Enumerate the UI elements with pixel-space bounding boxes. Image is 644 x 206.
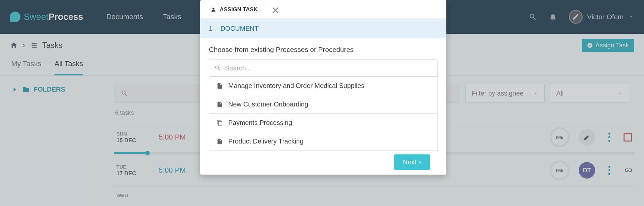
copy-icon <box>216 120 223 126</box>
document-label: Manage Inventory and Order Medical Suppl… <box>228 82 364 90</box>
document-option[interactable]: Product Delivery Tracking <box>209 132 437 151</box>
next-button[interactable]: Next › <box>394 154 430 170</box>
search-icon <box>214 65 221 71</box>
document-option[interactable]: Manage Inventory and Order Medical Suppl… <box>209 77 437 95</box>
modal-search-input[interactable] <box>225 64 432 72</box>
document-icon <box>216 101 223 108</box>
modal-search[interactable] <box>209 60 438 77</box>
document-list[interactable]: Manage Inventory and Order Medical Suppl… <box>209 77 438 151</box>
document-icon <box>216 83 223 89</box>
person-icon <box>210 7 216 13</box>
step-number: 1 <box>209 25 212 32</box>
assign-task-modal: ASSIGN TASK 1 DOCUMENT Choose from exist… <box>200 0 446 175</box>
document-label: New Customer Onboarding <box>228 101 308 108</box>
close-icon[interactable] <box>271 5 280 15</box>
modal-tab[interactable]: ASSIGN TASK <box>203 2 265 17</box>
modal-prompt: Choose from existing Processes or Proced… <box>209 46 438 54</box>
step-label: DOCUMENT <box>220 25 259 32</box>
modal-tab-label: ASSIGN TASK <box>220 6 258 13</box>
document-icon <box>216 138 223 145</box>
document-label: Product Delivery Tracking <box>228 138 304 145</box>
document-option[interactable]: Payments Processing <box>209 114 437 132</box>
document-option[interactable]: New Customer Onboarding <box>209 95 437 114</box>
modal-step: 1 DOCUMENT <box>200 19 446 38</box>
chevron-right-icon: › <box>419 158 421 166</box>
document-label: Payments Processing <box>228 119 292 127</box>
